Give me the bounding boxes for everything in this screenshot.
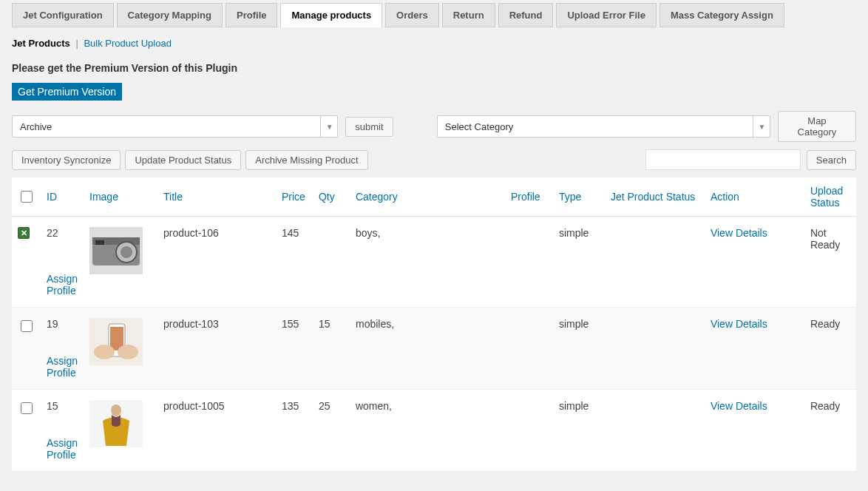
- view-details-link[interactable]: View Details: [711, 318, 767, 330]
- cell-upload-status: Ready: [804, 308, 856, 390]
- row-checkbox[interactable]: [21, 402, 33, 414]
- cell-profile: [505, 390, 553, 472]
- col-title[interactable]: Title: [157, 177, 276, 217]
- search-input[interactable]: [645, 149, 801, 170]
- col-jet-status[interactable]: Jet Product Status: [605, 177, 705, 217]
- cell-upload-status: Ready: [804, 390, 856, 472]
- cell-price: 155: [276, 308, 313, 390]
- submit-button[interactable]: submit: [345, 117, 393, 137]
- select-all-header: [12, 177, 41, 217]
- col-id[interactable]: ID: [41, 177, 84, 217]
- product-thumbnail: [89, 227, 143, 274]
- cell-title: product-1005: [157, 390, 276, 472]
- select-all-checkbox[interactable]: [21, 191, 33, 203]
- assign-profile-link[interactable]: Assign Profile: [47, 355, 78, 379]
- assign-profile-link[interactable]: Assign Profile: [47, 273, 78, 297]
- cell-category: women,: [350, 390, 505, 472]
- update-status-button[interactable]: Update Product Status: [125, 150, 241, 170]
- view-details-link[interactable]: View Details: [711, 227, 767, 239]
- product-table: ID Image Title Price Qty Category Profil…: [12, 177, 856, 472]
- tab-manage-products[interactable]: Manage products: [280, 3, 382, 27]
- bulk-action-select[interactable]: Archive: [12, 115, 338, 138]
- tab-jet-configuration[interactable]: Jet Configuration: [12, 3, 114, 27]
- tab-refund[interactable]: Refund: [498, 3, 554, 27]
- subnav-bulk-upload[interactable]: Bulk Product Upload: [84, 38, 172, 49]
- svg-point-9: [118, 345, 138, 359]
- separator: |: [75, 38, 78, 49]
- cell-qty: 25: [313, 390, 350, 472]
- cell-qty: 15: [313, 308, 350, 390]
- col-price[interactable]: Price: [276, 177, 313, 217]
- svg-point-11: [111, 404, 121, 416]
- inventory-sync-button[interactable]: Inventory Syncronize: [12, 150, 121, 170]
- cell-title: product-103: [157, 308, 276, 390]
- tab-upload-error-file[interactable]: Upload Error File: [556, 3, 656, 27]
- cell-category: boys,: [350, 217, 505, 308]
- assign-profile-link[interactable]: Assign Profile: [47, 437, 78, 461]
- cell-price: 135: [276, 390, 313, 472]
- subnav-current: Jet Products: [12, 38, 70, 49]
- svg-point-8: [94, 345, 115, 359]
- table-row: 19Assign Profileproduct-10315515mobiles,…: [12, 308, 856, 390]
- controls-row: Archive ▼ submit Select Category ▼ Map C…: [12, 111, 856, 142]
- cell-id: 19: [47, 318, 78, 330]
- col-action[interactable]: Action: [705, 177, 804, 217]
- tab-mass-category-assign[interactable]: Mass Category Assign: [660, 3, 784, 27]
- cell-id: 15: [47, 400, 78, 412]
- category-select[interactable]: Select Category: [437, 115, 770, 138]
- map-category-button[interactable]: Map Category: [778, 111, 856, 142]
- tab-orders[interactable]: Orders: [385, 3, 439, 27]
- cell-jet-status: [605, 390, 705, 472]
- cell-jet-status: [605, 217, 705, 308]
- search-button[interactable]: Search: [807, 150, 856, 170]
- cell-profile: [505, 217, 553, 308]
- col-upload-status[interactable]: Upload Status: [804, 177, 856, 217]
- action-button-row: Inventory Syncronize Update Product Stat…: [12, 149, 856, 170]
- row-checkbox[interactable]: [21, 320, 33, 332]
- archive-missing-button[interactable]: Archive Missing Product: [245, 150, 367, 170]
- cell-category: mobiles,: [350, 308, 505, 390]
- cell-upload-status: Not Ready: [804, 217, 856, 308]
- tab-return[interactable]: Return: [442, 3, 495, 27]
- cell-id: 22: [47, 227, 78, 239]
- tab-category-mapping[interactable]: Category Mapping: [117, 3, 223, 27]
- cell-type: simple: [553, 217, 605, 308]
- col-type[interactable]: Type: [553, 177, 605, 217]
- cell-title: product-106: [157, 217, 276, 308]
- cell-qty: [313, 217, 350, 308]
- col-image[interactable]: Image: [84, 177, 157, 217]
- svg-point-3: [121, 246, 132, 258]
- svg-rect-4: [95, 240, 104, 245]
- tab-bar: Jet ConfigurationCategory MappingProfile…: [12, 3, 856, 27]
- cell-type: simple: [553, 308, 605, 390]
- table-row: ✕22Assign Profileproduct-106145boys,simp…: [12, 217, 856, 308]
- tab-profile[interactable]: Profile: [226, 3, 277, 27]
- get-premium-button[interactable]: Get Premium Version: [12, 83, 122, 101]
- cell-profile: [505, 308, 553, 390]
- view-details-link[interactable]: View Details: [711, 400, 767, 412]
- product-thumbnail: [89, 318, 143, 365]
- sub-nav: Jet Products | Bulk Product Upload: [12, 38, 856, 49]
- col-category[interactable]: Category: [350, 177, 505, 217]
- premium-message: Please get the Premium Version of this P…: [12, 62, 856, 74]
- table-row: 15Assign Profileproduct-100513525women,s…: [12, 390, 856, 472]
- cell-type: simple: [553, 390, 605, 472]
- cell-jet-status: [605, 308, 705, 390]
- product-thumbnail: [89, 400, 143, 447]
- remove-icon[interactable]: ✕: [18, 227, 30, 239]
- cell-price: 145: [276, 217, 313, 308]
- col-profile[interactable]: Profile: [505, 177, 553, 217]
- col-qty[interactable]: Qty: [313, 177, 350, 217]
